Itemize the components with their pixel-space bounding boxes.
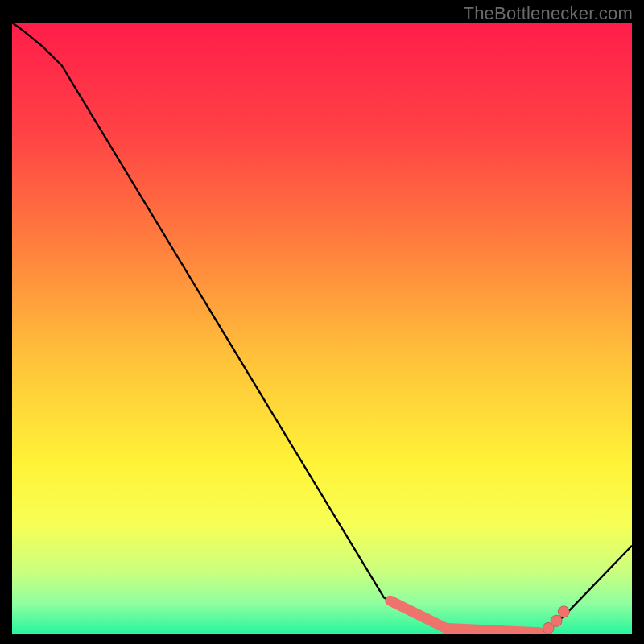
watermark-text: TheBottlenecker.com: [464, 3, 633, 24]
gradient-background: [12, 23, 632, 634]
marker-segment: [446, 628, 539, 632]
marker-dot: [558, 606, 569, 617]
bottleneck-chart: [12, 23, 632, 634]
marker-dot: [551, 615, 562, 626]
chart-frame: TheBottlenecker.com: [0, 0, 644, 644]
chart-svg: [12, 23, 632, 634]
